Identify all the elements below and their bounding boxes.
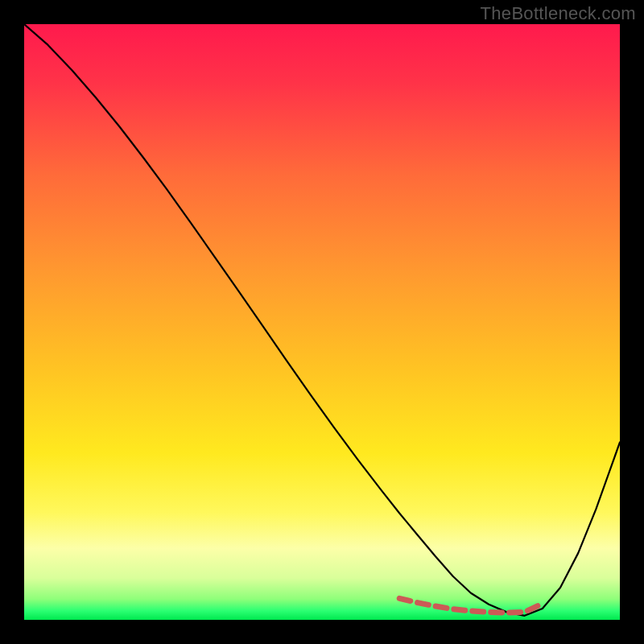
bottleneck-curve <box>24 24 620 616</box>
watermark-text: TheBottleneck.com <box>481 3 636 24</box>
chart-frame: TheBottleneck.com <box>0 0 644 644</box>
curve-layer <box>24 24 620 620</box>
valley-marker <box>399 598 543 613</box>
plot-area <box>24 24 620 620</box>
